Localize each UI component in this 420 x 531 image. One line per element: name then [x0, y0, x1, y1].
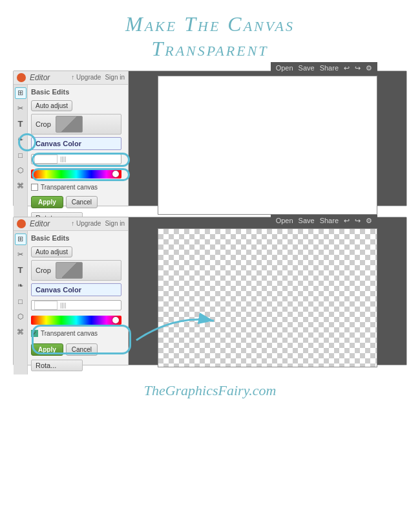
- undo-icon-1[interactable]: ↩: [344, 64, 350, 72]
- color-swatch-1[interactable]: ||||: [31, 154, 121, 164]
- canvas-area-2: Open Save Share ↩ ↪ ⚙: [129, 217, 406, 365]
- apply-cancel-row-1: Apply Cancel: [31, 196, 125, 208]
- color-gradient-bar-2[interactable]: [31, 316, 121, 325]
- canvas-area-1: Open Save Share ↩ ↪ ⚙: [129, 71, 406, 206]
- canvas-wrapper-1: Open Save Share ↩ ↪ ⚙: [158, 62, 377, 215]
- transparent-checkbox-2[interactable]: ✓: [31, 330, 38, 337]
- canvas-wrapper-2: Open Save Share ↩ ↪ ⚙: [158, 215, 377, 367]
- open-btn-1[interactable]: Open: [276, 64, 293, 72]
- text-tool-1[interactable]: T: [15, 118, 26, 130]
- canvas-color-label-1: Canvas Color: [36, 140, 81, 147]
- share-btn-2[interactable]: Share: [320, 217, 339, 224]
- transparent-label-2: Transparent canvas: [41, 330, 98, 337]
- swatch-dots-1: ||||: [60, 156, 66, 162]
- butterfly-tool-1[interactable]: ❧: [15, 134, 26, 146]
- crop-thumb-1: [56, 116, 83, 133]
- apple-tool-2[interactable]: ⌘: [15, 327, 26, 338]
- transparent-checkbox-1[interactable]: [31, 184, 38, 191]
- crop-item-1[interactable]: Crop: [31, 114, 121, 135]
- white-swatch-1: [34, 155, 58, 164]
- crop-tool-1[interactable]: ⊞: [15, 87, 26, 99]
- upgrade-link-1[interactable]: ↑ Upgrade: [71, 74, 101, 81]
- apply-cancel-row-2: Apply Cancel: [31, 343, 125, 356]
- canvas-color-label-2: Canvas Color: [36, 286, 81, 294]
- panel-area-2: Basic Edits Auto adjust Crop Canvas Colo…: [28, 231, 128, 374]
- icon-toolbar-2: ⊞ ✂ T ❧ □ ⬡ ⌘: [14, 231, 28, 374]
- editor-topbar-2: Editor ↑ Upgrade Sign in: [14, 217, 128, 231]
- crop-item-2[interactable]: Crop: [31, 260, 121, 281]
- editor-body-1: ⊞ ✂ T ❧ □ ⬡ ⌘ Basic Edits Auto adjust Cr…: [14, 85, 128, 227]
- brand-text: TheGraphicsFairy.com: [144, 382, 277, 399]
- screenshot-panel-2: Editor ↑ Upgrade Sign in ⊞ ✂ T ❧ □ ⬡ ⌘ B…: [13, 217, 407, 365]
- square-tool-2[interactable]: □: [15, 296, 26, 307]
- cancel-btn-1[interactable]: Cancel: [66, 196, 98, 208]
- canvas-color-item-1[interactable]: Canvas Color: [31, 137, 121, 150]
- hexagon-tool-2[interactable]: ⬡: [15, 311, 26, 323]
- settings-icon-2[interactable]: ⚙: [366, 217, 372, 225]
- screenshot-panel-1: Editor ↑ Upgrade Sign in ⊞ ✂ T ❧ □ ⬡ ⌘ B…: [13, 70, 407, 206]
- crop-tool-2[interactable]: ⊞: [15, 233, 26, 245]
- editor-title-1: Editor: [30, 73, 50, 82]
- editor-title-2: Editor: [30, 219, 50, 228]
- apply-btn-2[interactable]: Apply: [31, 343, 63, 356]
- save-btn-2[interactable]: Save: [299, 217, 315, 224]
- auto-adjust-row-2: Auto adjust: [31, 246, 125, 257]
- gradient-circle-2: [112, 317, 119, 323]
- upgrade-link-2[interactable]: ↑ Upgrade: [71, 220, 101, 227]
- settings-icon-1[interactable]: ⚙: [366, 64, 372, 72]
- editor-logo-icon-1: [17, 73, 26, 82]
- editor-sidebar-1: Editor ↑ Upgrade Sign in ⊞ ✂ T ❧ □ ⬡ ⌘ B…: [14, 71, 129, 206]
- editor-logo-icon-2: [17, 219, 26, 228]
- scissors-tool-1[interactable]: ✂: [15, 103, 26, 114]
- text-tool-2[interactable]: T: [15, 265, 26, 276]
- topbar-links-2: ↑ Upgrade Sign in: [71, 220, 125, 227]
- cancel-btn-2[interactable]: Cancel: [66, 343, 98, 356]
- auto-adjust-btn-2[interactable]: Auto adjust: [31, 246, 72, 257]
- redo-icon-1[interactable]: ↪: [355, 64, 361, 72]
- auto-adjust-btn-1[interactable]: Auto adjust: [31, 100, 72, 111]
- editor-sidebar-2: Editor ↑ Upgrade Sign in ⊞ ✂ T ❧ □ ⬡ ⌘ B…: [14, 217, 129, 365]
- signin-link-1[interactable]: Sign in: [105, 74, 125, 81]
- transparent-canvas-2: [158, 228, 377, 367]
- transparent-row-1: Transparent canvas: [31, 184, 125, 191]
- apple-tool-1[interactable]: ⌘: [15, 180, 26, 192]
- color-gradient-bar-1[interactable]: [31, 169, 121, 179]
- apply-btn-1[interactable]: Apply: [31, 196, 63, 208]
- signin-link-2[interactable]: Sign in: [105, 220, 125, 227]
- save-btn-1[interactable]: Save: [299, 64, 315, 72]
- transparent-label-1: Transparent canvas: [41, 184, 98, 191]
- color-swatch-2[interactable]: ||||: [31, 300, 121, 310]
- open-btn-2[interactable]: Open: [276, 217, 293, 224]
- icon-toolbar-1: ⊞ ✂ T ❧ □ ⬡ ⌘: [14, 85, 28, 227]
- crop-thumb-2: [56, 262, 83, 279]
- rotate-item-2[interactable]: Rota...: [31, 360, 83, 371]
- topbar-links-1: ↑ Upgrade Sign in: [71, 74, 125, 81]
- page-title: Make The Canvas Transparent: [125, 12, 295, 61]
- crop-label-2: Crop: [36, 266, 51, 274]
- canvas-color-item-2[interactable]: Canvas Color: [31, 283, 121, 296]
- crop-label-1: Crop: [36, 120, 51, 128]
- hexagon-tool-1[interactable]: ⬡: [15, 165, 26, 177]
- butterfly-tool-2[interactable]: ❧: [15, 280, 26, 292]
- share-btn-1[interactable]: Share: [320, 64, 339, 72]
- scissors-tool-2[interactable]: ✂: [15, 249, 26, 261]
- panel-area-1: Basic Edits Auto adjust Crop Canvas Colo…: [28, 85, 128, 227]
- canvas-toolbar-2: Open Save Share ↩ ↪ ⚙: [271, 215, 377, 227]
- undo-icon-2[interactable]: ↩: [344, 217, 350, 225]
- section-label-2: Basic Edits: [31, 234, 125, 242]
- auto-adjust-row-1: Auto adjust: [31, 100, 125, 111]
- redo-icon-2[interactable]: ↪: [355, 217, 361, 225]
- swatch-dots-2: ||||: [60, 302, 66, 309]
- section-label-1: Basic Edits: [31, 88, 125, 96]
- transparent-row-2: ✓ Transparent canvas: [31, 330, 125, 337]
- canvas-toolbar-1: Open Save Share ↩ ↪ ⚙: [271, 62, 377, 74]
- white-canvas-1: [158, 76, 377, 215]
- square-tool-1[interactable]: □: [15, 149, 26, 161]
- gradient-circle-1: [112, 171, 119, 177]
- white-swatch-2: [34, 301, 58, 310]
- editor-topbar-1: Editor ↑ Upgrade Sign in: [14, 71, 128, 85]
- editor-body-2: ⊞ ✂ T ❧ □ ⬡ ⌘ Basic Edits Auto adjust Cr…: [14, 231, 128, 374]
